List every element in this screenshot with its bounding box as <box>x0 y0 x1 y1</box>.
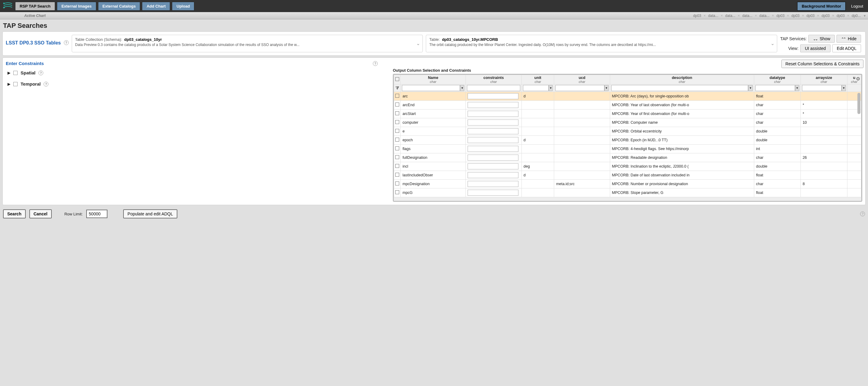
populate-adql-button[interactable]: Populate and edit ADQL <box>123 209 177 218</box>
table-select-card[interactable]: Table: dp03_catalogs_10yr.MPCORB The orb… <box>426 35 777 52</box>
row-checkbox[interactable] <box>395 138 399 141</box>
close-tab-icon[interactable]: × <box>772 13 774 18</box>
constraints-input[interactable] <box>468 111 519 117</box>
table-row[interactable]: arcdMPCORB: Arc (days), for single-oppos… <box>394 92 861 101</box>
row-checkbox[interactable] <box>395 120 399 124</box>
constraints-input[interactable] <box>468 93 519 99</box>
filter-dropdown-icon[interactable]: ▼ <box>748 85 753 91</box>
cell-constraints[interactable] <box>466 136 522 144</box>
constraints-input[interactable] <box>468 102 519 108</box>
constraints-input[interactable] <box>468 146 519 152</box>
filter-dropdown-icon[interactable]: ▼ <box>795 85 799 91</box>
vertical-scrollbar[interactable] <box>858 93 861 114</box>
external-catalogs-tab[interactable]: External Catalogs <box>98 2 141 10</box>
row-checkbox[interactable] <box>395 164 399 168</box>
cell-constraints[interactable] <box>466 153 522 162</box>
row-checkbox[interactable] <box>395 182 399 186</box>
constraints-input[interactable] <box>468 128 519 134</box>
filter-dropdown-icon[interactable]: ▼ <box>460 85 464 91</box>
search-button[interactable]: Search <box>3 209 26 218</box>
table-row[interactable]: arcEndMPCORB: Year of last observation (… <box>394 101 861 109</box>
constraints-input[interactable] <box>468 120 519 126</box>
select-all-checkbox[interactable] <box>395 77 399 81</box>
constraints-input[interactable] <box>468 181 519 187</box>
ui-assisted-button[interactable]: UI assisted <box>800 44 830 52</box>
filter-name-input[interactable] <box>402 85 460 91</box>
logout-link[interactable]: Logout <box>851 4 863 8</box>
chevron-down-icon[interactable]: ⌄ <box>416 40 420 47</box>
result-tab[interactable]: data... <box>708 13 719 18</box>
active-chart-tab[interactable]: Active Chart <box>24 13 46 18</box>
temporal-checkbox[interactable] <box>13 82 18 86</box>
row-checkbox[interactable] <box>395 94 399 98</box>
result-tab[interactable]: data... <box>759 13 770 18</box>
close-tab-icon[interactable]: × <box>832 13 834 18</box>
result-tab[interactable]: dp0... <box>851 13 861 18</box>
row-checkbox[interactable] <box>395 147 399 150</box>
horizontal-scrollbar[interactable] <box>394 197 861 201</box>
row-limit-input[interactable] <box>86 210 107 218</box>
table-row[interactable]: computerMPCORB: Computer namechar10 <box>394 118 861 127</box>
constraints-input[interactable] <box>468 155 519 161</box>
result-tab[interactable]: data... <box>724 13 736 18</box>
row-checkbox[interactable] <box>395 102 399 106</box>
table-row[interactable]: flagsMPCORB: 4-hexdigit flags. See https… <box>394 144 861 153</box>
filter-unit-input[interactable] <box>523 85 549 91</box>
hide-services-button[interactable]: ⌃⌃ Hide <box>837 35 861 43</box>
cell-constraints[interactable] <box>466 180 522 189</box>
cancel-button[interactable]: Cancel <box>29 209 52 218</box>
table-row[interactable]: epochdMPCORB: Epoch (in MJD, .0 TT)doubl… <box>394 136 861 144</box>
background-monitor-button[interactable]: Background Monitor <box>797 2 846 10</box>
tab-menu-icon[interactable]: ▾ <box>864 13 866 18</box>
show-services-button[interactable]: ⌄⌄ Show <box>808 35 835 43</box>
result-tab[interactable]: dp03 <box>776 13 785 18</box>
external-images-tab[interactable]: External Images <box>57 2 96 10</box>
row-checkbox[interactable] <box>395 155 399 159</box>
table-row[interactable]: incldegMPCORB: Inclination to the eclipt… <box>394 162 861 171</box>
cell-constraints[interactable] <box>466 189 522 197</box>
result-tab[interactable]: data... <box>742 13 753 18</box>
filter-dtype-input[interactable] <box>755 85 795 91</box>
result-tab[interactable]: dp03 <box>692 13 702 18</box>
close-tab-icon[interactable]: × <box>847 13 849 18</box>
help-icon[interactable]: ? <box>43 82 49 87</box>
row-checkbox[interactable] <box>395 173 399 177</box>
cell-constraints[interactable] <box>466 144 522 153</box>
filter-dropdown-icon[interactable]: ▼ <box>842 85 846 91</box>
filter-dropdown-icon[interactable]: ▼ <box>604 85 609 91</box>
close-tab-icon[interactable]: × <box>787 13 789 18</box>
help-icon[interactable]: ? <box>38 70 43 75</box>
help-icon[interactable]: ? <box>860 212 865 216</box>
close-tab-icon[interactable]: × <box>721 13 723 18</box>
filter-arr-input[interactable] <box>802 85 842 91</box>
row-checkbox[interactable] <box>395 129 399 133</box>
result-tab[interactable]: dp03 <box>791 13 800 18</box>
result-tab[interactable]: dp03 <box>821 13 831 18</box>
cell-constraints[interactable] <box>466 171 522 180</box>
cell-constraints[interactable] <box>466 101 522 109</box>
funnel-icon[interactable]: ⧩ <box>396 85 399 91</box>
row-checkbox[interactable] <box>395 111 399 115</box>
row-checkbox[interactable] <box>395 190 399 194</box>
edit-adql-button[interactable]: Edit ADQL <box>832 44 861 52</box>
table-row[interactable]: mpcDesignationmeta.id;srcMPCORB: Number … <box>394 180 861 189</box>
filter-dropdown-icon[interactable]: ▼ <box>549 85 553 91</box>
upload-tab[interactable]: Upload <box>172 2 194 10</box>
close-tab-icon[interactable]: × <box>755 13 757 18</box>
reset-columns-button[interactable]: Reset Column Selections & Constraints <box>781 60 864 68</box>
cell-constraints[interactable] <box>466 162 522 171</box>
cell-constraints[interactable] <box>466 127 522 136</box>
filter-ucd-input[interactable] <box>555 85 604 91</box>
chevron-down-icon[interactable]: ⌄ <box>771 40 774 47</box>
spatial-checkbox[interactable] <box>13 71 18 75</box>
constraints-input[interactable] <box>468 163 519 169</box>
help-icon[interactable]: ? <box>373 61 378 66</box>
close-tab-icon[interactable]: × <box>738 13 740 18</box>
schema-select-card[interactable]: Table Collection (Schema): dp03_catalogs… <box>72 35 423 52</box>
cell-constraints[interactable] <box>466 109 522 118</box>
help-icon[interactable]: ? <box>64 40 69 45</box>
close-tab-icon[interactable]: × <box>817 13 819 18</box>
constraints-input[interactable] <box>468 190 519 196</box>
result-tab[interactable]: dp03 <box>836 13 845 18</box>
cell-constraints[interactable] <box>466 92 522 101</box>
